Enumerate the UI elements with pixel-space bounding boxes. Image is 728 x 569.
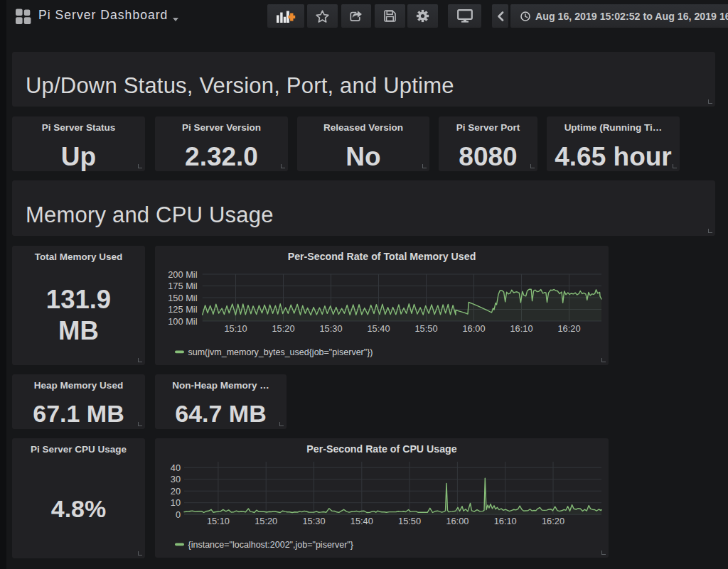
svg-text:15:10: 15:10 <box>207 516 230 526</box>
svg-text:15:50: 15:50 <box>414 323 437 334</box>
svg-text:15:20: 15:20 <box>255 516 277 526</box>
svg-text:sum(jvm_memory_bytes_used{job=: sum(jvm_memory_bytes_used{job="piserver"… <box>188 347 373 357</box>
svg-text:15:30: 15:30 <box>319 323 342 334</box>
svg-text:16:20: 16:20 <box>557 323 580 334</box>
svg-text:15:20: 15:20 <box>272 323 294 334</box>
svg-text:16:20: 16:20 <box>542 516 564 526</box>
svg-text:16:10: 16:10 <box>494 516 517 526</box>
svg-text:150 Mil: 150 Mil <box>168 293 197 303</box>
svg-text:16:00: 16:00 <box>462 323 485 334</box>
svg-text:15:40: 15:40 <box>367 323 390 334</box>
svg-text:{instance="localhost:2002",job: {instance="localhost:2002",job="piserver… <box>188 540 353 550</box>
svg-text:20: 20 <box>171 486 181 497</box>
svg-text:15:10: 15:10 <box>224 323 247 334</box>
svg-text:40: 40 <box>171 462 181 473</box>
svg-text:16:00: 16:00 <box>446 516 469 526</box>
svg-text:16:10: 16:10 <box>510 323 532 334</box>
svg-text:125 Mil: 125 Mil <box>168 304 197 315</box>
svg-text:30: 30 <box>171 474 181 484</box>
svg-text:Per-Second Rate of CPU Usage: Per-Second Rate of CPU Usage <box>306 443 456 455</box>
svg-text:0: 0 <box>176 509 181 520</box>
svg-text:15:30: 15:30 <box>302 516 325 526</box>
svg-text:200 Mil: 200 Mil <box>168 269 197 280</box>
svg-text:100 Mil: 100 Mil <box>168 316 197 327</box>
svg-text:175 Mil: 175 Mil <box>168 281 197 291</box>
svg-text:10: 10 <box>171 497 181 508</box>
svg-text:15:50: 15:50 <box>398 516 421 526</box>
svg-text:15:40: 15:40 <box>350 516 373 526</box>
svg-text:Per-Second Rate of Total Memor: Per-Second Rate of Total Memory Used <box>288 251 476 262</box>
